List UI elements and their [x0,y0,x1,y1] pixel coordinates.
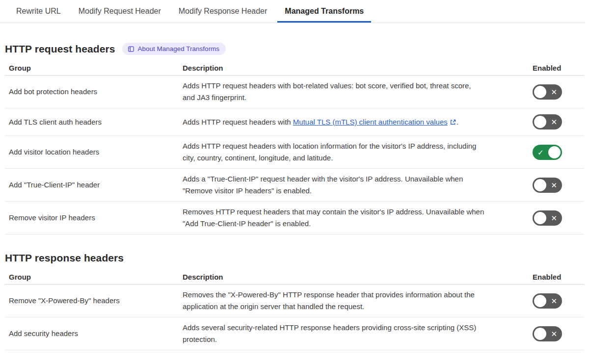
row-description: Adds HTTP request headers with Mutual TL… [183,116,533,128]
row-group-label: Add bot protection headers [9,87,183,97]
toggle-add-tls-client-auth-headers[interactable]: ✓✕ [533,114,562,130]
table-row: Add visitor location headers Adds HTTP r… [5,136,584,169]
toggle-remove-x-powered-by-headers[interactable]: ✓✕ [533,293,562,309]
x-icon: ✕ [551,114,557,130]
x-icon: ✕ [551,210,557,226]
table-row: Remove "X-Powered-By" headers Removes th… [5,285,584,317]
table-row: Remove visitor IP headers Removes HTTP r… [5,202,584,234]
row-group-label: Add security headers [9,329,183,338]
column-header-group: Group [9,64,183,72]
toggle-knob [534,179,546,191]
toggle-remove-visitor-ip-headers[interactable]: ✓✕ [533,210,562,226]
toggle-add-visitor-location-headers[interactable]: ✓✕ [533,145,562,160]
about-managed-transforms-link[interactable]: About Managed Transforms [122,43,226,55]
response-headers-section-title: HTTP response headers [5,252,124,264]
row-description: Adds HTTP request headers with location … [183,140,533,164]
description-text: . [456,118,458,126]
external-link-icon [450,119,456,126]
x-icon: ✕ [551,84,557,100]
toggle-knob [534,116,546,128]
table-row: Add bot protection headers Adds HTTP req… [5,76,584,108]
transform-rules-tabbar: Rewrite URL Modify Request Header Modify… [0,0,585,23]
toggle-knob [534,295,546,307]
tab-modify-response-header[interactable]: Modify Response Header [171,0,275,23]
row-description: Adds HTTP request headers with bot-relat… [183,80,533,104]
toggle-add-true-client-ip-header[interactable]: ✓✕ [533,178,562,193]
tab-modify-request-header[interactable]: Modify Request Header [71,0,168,23]
x-icon: ✕ [551,293,557,309]
toggle-knob [534,328,546,340]
toggle-knob [534,212,546,224]
row-description: Removes the "X-Powered-By" HTTP response… [183,289,533,312]
book-icon [128,46,134,52]
table-header-row: Group Description Enabled [5,61,584,76]
x-icon: ✕ [551,326,557,341]
table-row: Add "True-Client-IP" header Adds a "True… [5,169,584,202]
column-header-group: Group [9,273,183,281]
table-row: Add security headers Adds several securi… [5,317,584,350]
row-description: Adds several security-related HTTP respo… [183,322,533,345]
column-header-enabled: Enabled [533,64,562,72]
description-text: Adds HTTP request headers with [183,118,293,126]
check-icon: ✓ [537,145,544,160]
column-header-enabled: Enabled [533,273,562,281]
table-row: Add TLS client auth headers Adds HTTP re… [5,108,584,136]
row-description: Adds a "True-Client-IP" request header w… [183,173,533,197]
column-header-description: Description [183,273,533,281]
row-group-label: Add "True-Client-IP" header [9,180,183,190]
request-headers-section-title: HTTP request headers [5,43,115,55]
toggle-knob [548,146,561,158]
row-group-label: Remove "X-Powered-By" headers [9,296,183,306]
x-icon: ✕ [551,178,557,193]
row-group-label: Remove visitor IP headers [9,213,183,223]
tab-managed-transforms[interactable]: Managed Transforms [277,0,371,23]
table-header-row: Group Description Enabled [5,270,584,285]
row-group-label: Add TLS client auth headers [9,117,183,127]
response-headers-table: Group Description Enabled Remove "X-Powe… [5,270,584,350]
mtls-docs-link[interactable]: Mutual TLS (mTLS) client authentication … [293,118,448,126]
row-group-label: Add visitor location headers [9,147,183,157]
badge-label: About Managed Transforms [138,45,220,52]
toggle-knob [534,86,546,98]
tab-rewrite-url[interactable]: Rewrite URL [9,0,68,23]
request-headers-table: Group Description Enabled Add bot protec… [5,61,584,234]
row-description: Removes HTTP request headers that may co… [183,206,533,230]
toggle-add-bot-protection-headers[interactable]: ✓✕ [533,84,562,100]
toggle-add-security-headers[interactable]: ✓✕ [533,326,562,341]
column-header-description: Description [183,64,533,72]
